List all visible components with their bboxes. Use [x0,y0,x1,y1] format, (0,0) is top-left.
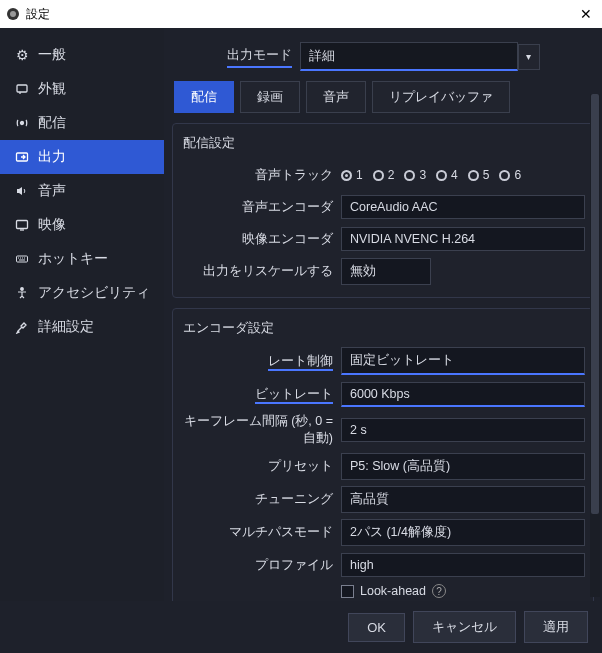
tools-icon [14,320,30,334]
apply-button[interactable]: 適用 [524,611,588,643]
sidebar-item-hotkeys[interactable]: ホットキー [0,242,164,276]
tab-replay-buffer[interactable]: リプレイバッファ [372,81,510,113]
svg-rect-5 [17,221,28,229]
help-icon[interactable]: ? [432,584,446,598]
sidebar-item-label: 外観 [38,80,66,98]
audio-track-4[interactable]: 4 [436,168,458,182]
app-icon [6,7,20,21]
svg-point-3 [21,122,24,125]
accessibility-icon [14,286,30,300]
stream-settings-title: 配信設定 [183,134,585,152]
audio-track-radios: 1 2 3 4 5 6 [341,168,521,182]
paint-icon [14,82,30,96]
footer: OK キャンセル 適用 [0,601,602,653]
rate-control-label: レート制御 [183,353,333,370]
sidebar-item-audio[interactable]: 音声 [0,174,164,208]
tab-audio[interactable]: 音声 [306,81,366,113]
profile-select[interactable]: high [341,553,585,577]
tuning-select[interactable]: 高品質 [341,486,585,513]
cancel-button[interactable]: キャンセル [413,611,516,643]
sidebar-item-accessibility[interactable]: アクセシビリティ [0,276,164,310]
window-title: 設定 [26,6,50,23]
output-mode-label: 出力モード [227,46,292,68]
tuning-label: チューニング [183,491,333,508]
encoder-settings-title: エンコーダ設定 [183,319,585,337]
output-tabs: 配信 録画 音声 リプレイバッファ [164,81,602,123]
tab-record[interactable]: 録画 [240,81,300,113]
output-icon [14,150,30,164]
output-mode-dropdown-button[interactable]: ▾ [518,44,540,70]
bitrate-label: ビットレート [183,386,333,403]
sidebar-item-label: 一般 [38,46,66,64]
audio-encoder-label: 音声エンコーダ [183,199,333,216]
lookahead-checkbox[interactable] [341,585,354,598]
sidebar-item-general[interactable]: ⚙ 一般 [0,38,164,72]
sidebar-item-label: 出力 [38,148,66,166]
preset-label: プリセット [183,458,333,475]
sidebar-item-label: 配信 [38,114,66,132]
antenna-icon [14,116,30,130]
audio-track-2[interactable]: 2 [373,168,395,182]
rate-control-select[interactable]: 固定ビットレート [341,347,585,375]
sidebar-item-label: 詳細設定 [38,318,94,336]
sidebar-item-video[interactable]: 映像 [0,208,164,242]
speaker-icon [14,184,30,198]
close-button[interactable]: ✕ [576,6,596,22]
multipass-label: マルチパスモード [183,524,333,541]
sidebar-item-stream[interactable]: 配信 [0,106,164,140]
stream-settings-panel: 配信設定 音声トラック 1 2 3 4 5 6 音声エンコーダ CoreAudi… [172,123,594,298]
svg-point-7 [21,288,24,291]
monitor-icon [14,218,30,232]
sidebar-item-output[interactable]: 出力 [0,140,164,174]
audio-track-5[interactable]: 5 [468,168,490,182]
multipass-select[interactable]: 2パス (1/4解像度) [341,519,585,546]
keyboard-icon [14,252,30,266]
sidebar-item-label: 音声 [38,182,66,200]
sidebar-item-label: ホットキー [38,250,108,268]
titlebar: 設定 ✕ [0,0,602,28]
video-encoder-select[interactable]: NVIDIA NVENC H.264 [341,227,585,251]
bitrate-input[interactable]: 6000 Kbps [341,382,585,407]
sidebar-item-appearance[interactable]: 外観 [0,72,164,106]
svg-rect-6 [17,256,28,262]
preset-select[interactable]: P5: Slow (高品質) [341,453,585,480]
rescale-label: 出力をリスケールする [183,263,333,280]
svg-rect-2 [17,85,27,92]
tab-stream[interactable]: 配信 [174,81,234,113]
gear-icon: ⚙ [14,47,30,63]
scrollbar-thumb[interactable] [591,94,599,514]
sidebar-item-label: 映像 [38,216,66,234]
output-mode-select[interactable]: 詳細 [300,42,518,71]
audio-encoder-select[interactable]: CoreAudio AAC [341,195,585,219]
keyframe-input[interactable]: 2 s [341,418,585,442]
sidebar: ⚙ 一般 外観 配信 出力 音声 [0,28,164,601]
main: 出力モード 詳細 ▾ 配信 録画 音声 リプレイバッファ 配信設定 音声トラック… [164,28,602,601]
encoder-settings-panel: エンコーダ設定 レート制御 固定ビットレート ビットレート 6000 Kbps … [172,308,594,601]
sidebar-item-label: アクセシビリティ [38,284,150,302]
audio-track-6[interactable]: 6 [499,168,521,182]
video-encoder-label: 映像エンコーダ [183,231,333,248]
lookahead-label: Look-ahead [360,584,426,598]
ok-button[interactable]: OK [348,613,405,642]
audio-track-3[interactable]: 3 [404,168,426,182]
audio-track-1[interactable]: 1 [341,168,363,182]
sidebar-item-advanced[interactable]: 詳細設定 [0,310,164,344]
keyframe-label: キーフレーム間隔 (秒, 0 = 自動) [183,413,333,447]
rescale-select[interactable]: 無効 [341,258,431,285]
profile-label: プロファイル [183,557,333,574]
svg-point-1 [10,11,16,17]
audio-track-label: 音声トラック [183,167,333,184]
scrollbar[interactable] [590,94,600,597]
